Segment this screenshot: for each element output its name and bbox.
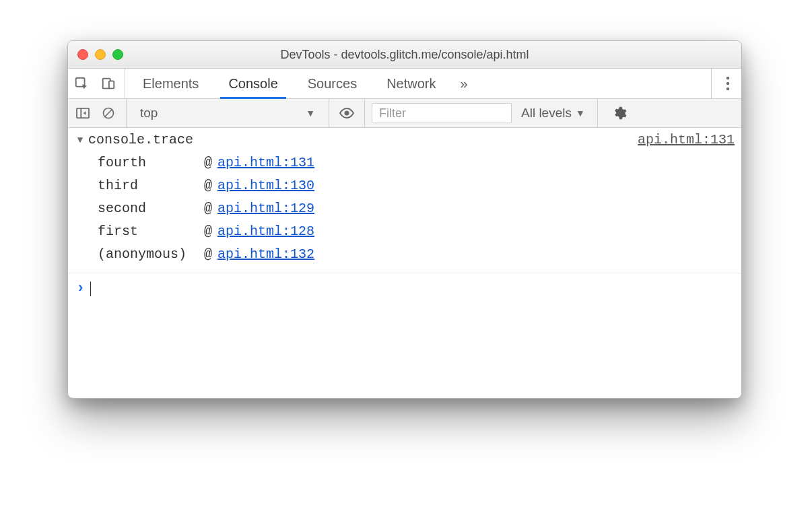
trace-header: ▼ console.trace api.html:131 <box>75 132 735 147</box>
log-levels-selector[interactable]: All levels ▼ <box>516 106 590 121</box>
frame-function: first <box>98 220 199 243</box>
separator <box>125 69 125 98</box>
console-trace-entry: ▼ console.trace api.html:131 fourth @ ap… <box>68 128 741 273</box>
tabs-overflow-button[interactable]: » <box>451 69 477 98</box>
svg-line-10 <box>105 110 112 116</box>
tab-elements[interactable]: Elements <box>128 69 213 98</box>
frame-location-link[interactable]: api.html:131 <box>217 152 314 174</box>
tab-label: Console <box>228 76 277 92</box>
window-title: DevTools - devtools.glitch.me/console/ap… <box>68 48 741 62</box>
separator <box>711 69 712 98</box>
inspect-element-button[interactable] <box>68 76 95 91</box>
separator <box>364 99 365 127</box>
traffic-lights <box>68 49 123 60</box>
devtools-window: DevTools - devtools.glitch.me/console/ap… <box>67 40 742 399</box>
trace-label: console.trace <box>88 132 193 147</box>
separator <box>126 99 127 127</box>
frame-function: fourth <box>98 152 199 174</box>
stack-frame: second @ api.html:129 <box>98 197 735 220</box>
at-symbol: @ <box>204 243 212 266</box>
frame-function: second <box>98 197 199 220</box>
frame-location-link[interactable]: api.html:128 <box>217 220 314 243</box>
frame-location-link[interactable]: api.html:130 <box>217 174 314 197</box>
tab-label: Network <box>386 76 436 92</box>
console-toolbar: top ▼ All levels ▼ <box>68 99 741 128</box>
frame-location-link[interactable]: api.html:129 <box>217 197 314 220</box>
filter-input[interactable] <box>378 106 506 121</box>
close-window-button[interactable] <box>77 49 88 60</box>
frame-function: third <box>98 174 199 197</box>
device-toolbar-button[interactable] <box>95 76 122 91</box>
context-selector[interactable]: top ▼ <box>133 106 322 121</box>
svg-marker-8 <box>83 111 86 114</box>
stack-trace: fourth @ api.html:131 third @ api.html:1… <box>75 152 735 266</box>
stack-frame: fourth @ api.html:131 <box>98 152 735 174</box>
svg-rect-2 <box>109 81 114 88</box>
svg-point-4 <box>726 82 729 85</box>
context-label: top <box>140 106 158 121</box>
levels-label: All levels <box>521 106 572 121</box>
minimize-window-button[interactable] <box>95 49 106 60</box>
clear-console-button[interactable] <box>98 102 119 124</box>
tab-network[interactable]: Network <box>372 69 450 98</box>
more-options-button[interactable] <box>714 69 741 98</box>
at-symbol: @ <box>204 152 212 174</box>
tab-sources[interactable]: Sources <box>293 69 372 98</box>
text-cursor <box>90 281 91 296</box>
kebab-icon <box>726 76 730 91</box>
tab-label: Elements <box>143 76 199 92</box>
zoom-window-button[interactable] <box>112 49 123 60</box>
at-symbol: @ <box>204 197 212 220</box>
frame-function: (anonymous) <box>98 243 199 266</box>
toggle-console-sidebar-button[interactable] <box>72 102 94 124</box>
prompt-caret-icon: › <box>76 280 85 297</box>
disclosure-triangle[interactable]: ▼ <box>75 135 86 145</box>
stack-frame: third @ api.html:130 <box>98 174 735 197</box>
console-prompt[interactable]: › <box>68 273 741 304</box>
overflow-glyph: » <box>461 76 468 92</box>
at-symbol: @ <box>204 174 212 197</box>
at-symbol: @ <box>204 220 212 243</box>
tab-console[interactable]: Console <box>213 69 292 98</box>
stack-frame: (anonymous) @ api.html:132 <box>98 243 735 266</box>
title-bar: DevTools - devtools.glitch.me/console/ap… <box>68 41 741 69</box>
gear-icon <box>612 106 627 121</box>
console-output: ▼ console.trace api.html:131 fourth @ ap… <box>68 128 741 398</box>
separator <box>597 99 598 127</box>
chevron-down-icon: ▼ <box>576 108 585 119</box>
svg-point-5 <box>726 88 729 90</box>
svg-point-3 <box>726 77 729 79</box>
panel-tab-bar: Elements Console Sources Network » <box>68 69 741 99</box>
frame-location-link[interactable]: api.html:132 <box>217 243 314 266</box>
stack-frame: first @ api.html:128 <box>98 220 735 243</box>
svg-rect-6 <box>77 108 89 118</box>
svg-point-11 <box>345 111 349 116</box>
live-expression-button[interactable] <box>336 102 358 124</box>
separator <box>329 99 329 127</box>
source-link[interactable]: api.html:131 <box>638 132 735 147</box>
console-settings-button[interactable] <box>605 106 634 121</box>
filter-field[interactable] <box>372 103 512 123</box>
tab-label: Sources <box>308 76 357 92</box>
chevron-down-icon: ▼ <box>306 108 315 119</box>
